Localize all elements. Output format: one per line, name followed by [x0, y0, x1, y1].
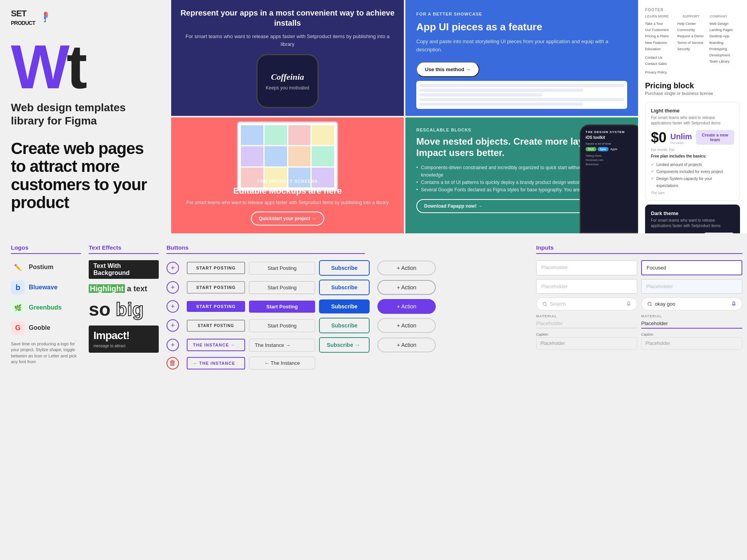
bottom-section: Logos ✏️ Postium b Bluewave 🌿 Greenbuds … [0, 233, 747, 377]
subscribe-teal[interactable]: Subscribe [319, 318, 370, 333]
dark-theme-desc: For smart teams who want to release appl… [651, 218, 734, 229]
light-features: Limited amount of projects Components in… [651, 161, 734, 189]
logo-postium: ✏️ Postium [11, 260, 81, 274]
phone-mockup: Coffeinia Keeps you motivated [256, 54, 319, 108]
figma-logo [40, 12, 52, 24]
pricing-light: Light theme For smart teams who want to … [645, 102, 740, 201]
instance-ghost-1[interactable]: The Instance → [249, 339, 315, 352]
logo-bluewave: b Bluewave [11, 280, 81, 294]
bluewave-icon: b [11, 280, 25, 294]
hero-w: W [11, 36, 67, 98]
material-input-2[interactable]: Placeholder [641, 319, 742, 329]
hero-letters: W t [11, 36, 160, 98]
phone-caption: Keeps you motivated [266, 85, 309, 91]
action-btn-filled[interactable]: + Action [377, 299, 436, 314]
start-posting-ghost-1[interactable]: Start Posting [249, 262, 315, 275]
focused-input[interactable]: Focused [641, 260, 742, 275]
logos-title: Logos [11, 244, 81, 251]
start-posting-outline-2[interactable]: START POSTING [187, 281, 245, 294]
ui-preview [416, 81, 627, 109]
caption-input-1[interactable]: Placeholder [536, 337, 637, 350]
placeholder-input-1[interactable]: Placeholder [536, 260, 637, 275]
card-title-installs: Represent your apps in a most convenient… [179, 8, 396, 28]
search-icon-1 [542, 301, 547, 307]
center-cards: Represent your apps in a most convenient… [171, 0, 638, 233]
start-posting-outline-1[interactable]: START POSTING [187, 262, 245, 274]
left-panel: SET PRODUCT W t Web design templates lib… [0, 0, 171, 233]
pricing-sub: Purchase single or business license [645, 91, 740, 96]
card-desc-mockups: For smart teams who want to release apps… [186, 199, 389, 206]
te-bg-item: Text With Background [89, 260, 159, 279]
hero-tagline: Create web pages to attract more custome… [11, 140, 160, 212]
action-btn-4[interactable]: + Action [377, 318, 436, 333]
quickstart-button[interactable]: Quickstart your project → [251, 212, 324, 226]
logo-gooble: G Gooble [11, 321, 81, 335]
plus-btn-3[interactable]: + [167, 300, 179, 313]
phone-app-name: Coffeinia [266, 72, 309, 82]
placeholder-input-3[interactable]: Placeholder [641, 279, 742, 294]
light-theme-desc: For smart teams who want to release appl… [651, 115, 734, 126]
gooble-name: Gooble [29, 324, 50, 331]
card-tag-feature: FOR A BETTER SHOWCASE [416, 12, 627, 16]
instance-btn-1[interactable]: THE INSTANCE → [187, 339, 245, 351]
plus-btn-5[interactable]: + [167, 339, 179, 351]
subscribe-arrow[interactable]: Subscribe → [319, 337, 370, 353]
action-btn-2[interactable]: + Action [377, 280, 436, 295]
plus-btn-1[interactable]: + [167, 262, 179, 274]
subscribe-outline-2[interactable]: Subscribe [319, 280, 370, 295]
start-posting-ghost-2[interactable]: Start Posting [249, 281, 315, 294]
card-app-feature: FOR A BETTER SHOWCASE App UI pieces as a… [405, 0, 638, 116]
material-label-2: MATERIAL [641, 314, 742, 318]
subscribe-filled[interactable]: Subscribe [319, 299, 370, 313]
start-posting-ghost-4[interactable]: Start Posting [249, 319, 315, 332]
te-big-item: so big [89, 299, 159, 320]
caption-label-1: Caption [536, 332, 637, 336]
instance-btn-back[interactable]: ← THE INSTANCE [187, 357, 245, 369]
mic-icon-2 [731, 301, 736, 307]
dark-theme-label: Dark theme [651, 210, 734, 216]
card-tag-mockups: FOR PRODUCT SCREENS [186, 179, 389, 184]
plus-btn-4[interactable]: + [167, 319, 179, 332]
dark-cta-button[interactable]: Create a new team [704, 233, 734, 234]
light-unlimited: Unlim [670, 132, 692, 141]
caption-input-2-wrap: Caption Placeholder [641, 332, 742, 350]
start-posting-outline-4[interactable]: START POSTING [187, 320, 245, 332]
start-posting-filled[interactable]: START POSTING [187, 301, 245, 312]
caption-input-2[interactable]: Placeholder [641, 337, 742, 350]
search-input-2[interactable]: okay goo [641, 298, 742, 310]
caption-input-1-wrap: Caption Placeholder [536, 332, 637, 350]
instance-ghost-back[interactable]: ← The Instance [249, 357, 315, 369]
material-input-2-wrap: MATERIAL Placeholder [641, 314, 742, 329]
plus-btn-2[interactable]: + [167, 281, 179, 294]
action-btn-1[interactable]: + Action [377, 261, 436, 275]
material-input-1[interactable]: Placeholder [536, 319, 637, 328]
logos-divider [11, 253, 81, 254]
use-method-button[interactable]: Use this method → [416, 62, 479, 77]
subscribe-outline-1[interactable]: Subscribe [319, 260, 370, 276]
search-input-1[interactable]: Search [536, 298, 637, 310]
te-impact-item: Impact! message to attract [89, 326, 159, 353]
pricing-dark: Dark theme For smart teams who want to r… [645, 205, 740, 234]
postium-name: Postium [29, 264, 53, 271]
card-desc-feature: Copy and paste into most storytelling UI… [416, 38, 627, 54]
placeholder-input-2[interactable]: Placeholder [536, 279, 637, 294]
ios-phone-mockup: THE DESIGN SYSTEM iOS toolkit Saves a lo… [580, 124, 638, 233]
action-btn-5[interactable]: + Action [377, 338, 436, 352]
trash-btn[interactable]: 🗑 [167, 357, 179, 369]
inputs-title: Inputs [536, 244, 742, 251]
search-icon-2 [647, 301, 652, 307]
material-label-1: MATERIAL [536, 314, 637, 318]
inputs-grid: Placeholder Focused Placeholder Placehol… [536, 260, 742, 350]
text-effects-column: Text Effects Text With Background Highli… [89, 244, 167, 369]
te-impact-text: Impact! [93, 329, 154, 342]
card-desc-installs: For smart teams who want to release apps… [179, 33, 396, 48]
light-cta-button[interactable]: Create a new team [696, 130, 734, 145]
footer-section-label: Footer [645, 8, 740, 12]
light-per-month: Per month. Per [651, 148, 734, 152]
buttons-column: Buttons + START POSTING Start Posting Su… [167, 244, 373, 369]
postium-icon: ✏️ [11, 260, 25, 274]
start-posting-ghost-filled[interactable]: Start Posting [249, 301, 315, 313]
setproduct-logo: SET PRODUCT [11, 9, 35, 26]
bluewave-name: Bluewave [29, 284, 58, 291]
logo-area: SET PRODUCT [11, 9, 160, 26]
